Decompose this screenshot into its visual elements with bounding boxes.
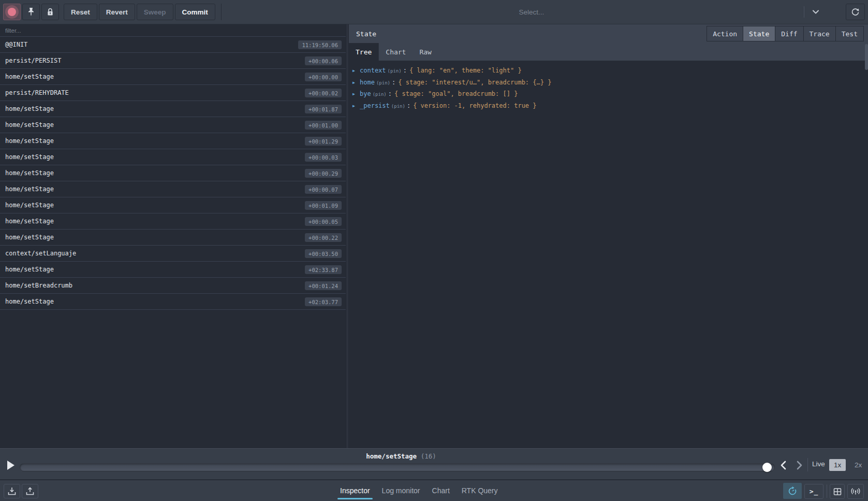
speed-2x-button[interactable]: 2x <box>850 459 866 471</box>
inspector-tab[interactable]: Trace <box>803 26 836 41</box>
tree-node[interactable]: ▶home(pin):{ stage: "interest/u…", bread… <box>352 77 864 89</box>
export-button[interactable] <box>22 484 38 498</box>
tree-node-preview: { lang: "en", theme: "light" } <box>409 67 522 74</box>
action-name: home/setStage <box>5 105 54 112</box>
timeline-slider[interactable] <box>20 463 775 471</box>
lock-icon <box>46 7 55 17</box>
record-icon <box>8 8 16 16</box>
player-bar: home/setStage (16) Live 1x 2x <box>0 448 868 479</box>
action-name: home/setStage <box>5 121 54 128</box>
expand-arrow-icon[interactable]: ▶ <box>352 89 360 100</box>
chevron-left-icon <box>779 460 788 470</box>
action-list-item[interactable]: context/setLanguaje +00:03.50 <box>0 246 346 262</box>
layout-button[interactable] <box>830 484 845 499</box>
dispatcher-button[interactable]: >_ <box>804 484 823 499</box>
view-subtab[interactable]: Raw <box>413 43 438 61</box>
revert-button[interactable]: Revert <box>99 4 135 20</box>
action-time-badge: +00:01.29 <box>305 137 342 146</box>
instance-select[interactable]: Select... <box>221 4 842 20</box>
action-name: persist/PERSIST <box>5 57 61 64</box>
reset-button[interactable]: Reset <box>64 4 97 20</box>
lock-button[interactable] <box>41 4 59 20</box>
action-time-badge: +00:00.29 <box>305 169 342 178</box>
tree-node-pin[interactable]: (pin) <box>391 104 405 109</box>
inspector-title: State <box>356 30 376 38</box>
commit-button[interactable]: Commit <box>175 4 215 20</box>
action-list-item[interactable]: home/setStage +02:33.87 <box>0 262 346 278</box>
expand-arrow-icon[interactable]: ▶ <box>352 77 360 89</box>
action-list-item[interactable]: home/setStage +00:00.29 <box>0 165 346 181</box>
view-subtab[interactable]: Tree <box>349 43 379 61</box>
action-name: home/setStage <box>5 218 54 225</box>
action-list-item[interactable]: @@INIT 11:19:50.06 <box>0 37 346 53</box>
monitor-tabs: Inspector Log monitor Chart RTK Query <box>340 480 498 501</box>
action-time-badge: +00:00.00 <box>305 73 342 81</box>
action-name: home/setStage <box>5 153 54 161</box>
view-subtab[interactable]: Chart <box>379 43 413 61</box>
autoselect-timer-button[interactable] <box>783 483 802 499</box>
step-forward-button[interactable] <box>793 460 805 471</box>
inspector-tab[interactable]: Test <box>835 26 864 41</box>
broadcast-icon <box>850 487 861 496</box>
tree-node-key: _persist <box>360 102 390 109</box>
action-list-item[interactable]: home/setStage +00:01.00 <box>0 117 346 133</box>
action-list-item[interactable]: home/setStage +00:00.05 <box>0 213 346 230</box>
remote-button[interactable] <box>847 484 864 499</box>
speed-1x-button[interactable]: 1x <box>829 459 846 471</box>
action-list-item[interactable]: home/setStage +00:01.29 <box>0 133 346 149</box>
instance-select-placeholder: Select... <box>519 8 545 16</box>
timeline-slider-thumb[interactable] <box>762 463 772 472</box>
play-button[interactable] <box>5 460 17 471</box>
tree-node[interactable]: ▶context(pin):{ lang: "en", theme: "ligh… <box>352 65 864 77</box>
reload-button[interactable] <box>846 4 865 20</box>
tree-node[interactable]: ▶bye(pin):{ stage: "goal", breadcrumb: [… <box>352 89 864 101</box>
action-list-item[interactable]: home/setStage +00:00.22 <box>0 230 346 246</box>
action-time-badge: +00:01.00 <box>305 121 342 130</box>
action-name: home/setStage <box>5 298 54 305</box>
pin-button[interactable] <box>22 4 40 20</box>
inspector-tab[interactable]: State <box>743 26 775 41</box>
top-toolbar: Reset Revert Sweep Commit Select... <box>0 0 868 24</box>
action-list-item[interactable]: home/setStage +00:00.00 <box>0 69 346 85</box>
sweep-button[interactable]: Sweep <box>137 4 173 20</box>
scrollbar-thumb[interactable] <box>865 44 868 70</box>
inspector-tab[interactable]: Action <box>707 26 743 41</box>
filter-input[interactable] <box>0 24 346 37</box>
monitor-tab[interactable]: Inspector <box>340 485 370 496</box>
action-name: home/setStage <box>5 185 54 193</box>
action-time-badge: +00:00.02 <box>305 89 342 97</box>
record-button[interactable] <box>3 4 21 20</box>
action-list-item[interactable]: home/setStage +02:03.77 <box>0 294 346 310</box>
step-back-button[interactable] <box>778 460 789 471</box>
tree-node-colon: : <box>407 102 410 109</box>
action-name: home/setStage <box>5 137 54 145</box>
action-list-item[interactable]: home/setStage +00:00.03 <box>0 149 346 165</box>
action-list-item[interactable]: persist/PERSIST +00:00.06 <box>0 53 346 69</box>
action-name: home/setStage <box>5 73 54 80</box>
action-list-item[interactable]: home/setStage +00:01.87 <box>0 101 346 117</box>
action-list-item[interactable]: home/setStage +00:01.09 <box>0 197 346 213</box>
state-tree: ▶context(pin):{ lang: "en", theme: "ligh… <box>349 61 864 448</box>
state-inspector-panel: State Action State Diff Trace Test Tree … <box>349 24 868 448</box>
monitor-tab[interactable]: Chart <box>432 485 450 496</box>
action-time-badge: 11:19:50.06 <box>298 40 342 49</box>
action-list-item[interactable]: home/setBreadcrumb +00:01.24 <box>0 278 346 294</box>
expand-arrow-icon[interactable]: ▶ <box>352 65 360 77</box>
action-list-item[interactable]: persist/REHYDRATE +00:00.02 <box>0 85 346 101</box>
tree-node[interactable]: ▶_persist(pin):{ version: -1, rehydrated… <box>352 101 864 112</box>
tree-node-pin[interactable]: (pin) <box>388 68 402 74</box>
action-name: home/setStage <box>5 169 54 177</box>
tree-node-pin[interactable]: (pin) <box>373 92 387 97</box>
import-button[interactable] <box>4 484 20 498</box>
monitor-tab[interactable]: Log monitor <box>382 485 420 496</box>
tree-node-pin[interactable]: (pin) <box>376 80 390 85</box>
chevron-down-icon[interactable] <box>812 8 820 16</box>
live-button[interactable]: Live <box>812 460 825 468</box>
inspector-header: State Action State Diff Trace Test <box>349 24 868 43</box>
monitor-tab[interactable]: RTK Query <box>462 485 498 496</box>
expand-arrow-icon[interactable]: ▶ <box>352 101 360 112</box>
action-time-badge: +00:00.22 <box>305 233 342 242</box>
action-list-item[interactable]: home/setStage +00:00.07 <box>0 181 346 197</box>
inspector-tab[interactable]: Diff <box>775 26 803 41</box>
action-name: home/setStage <box>5 202 54 209</box>
